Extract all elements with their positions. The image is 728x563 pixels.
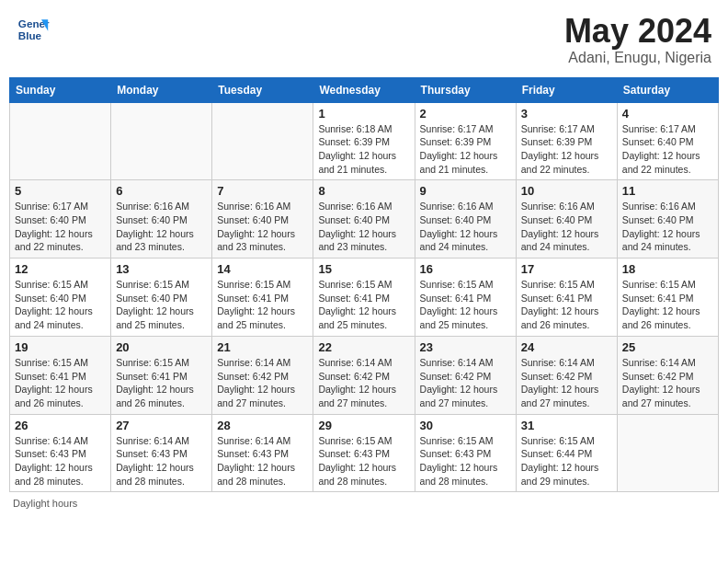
table-row: 5Sunrise: 6:17 AM Sunset: 6:40 PM Daylig… [10,180,111,259]
svg-text:Blue: Blue [18,29,42,41]
day-info: Sunrise: 6:17 AM Sunset: 6:40 PM Dayligh… [622,122,713,177]
col-wednesday: Wednesday [313,77,415,102]
table-row: 29Sunrise: 6:15 AM Sunset: 6:43 PM Dayli… [313,414,415,492]
table-row: 27Sunrise: 6:14 AM Sunset: 6:43 PM Dayli… [111,414,212,492]
table-row: 3Sunrise: 6:17 AM Sunset: 6:39 PM Daylig… [516,102,617,180]
day-info: Sunrise: 6:15 AM Sunset: 6:41 PM Dayligh… [521,278,612,332]
day-info: Sunrise: 6:15 AM Sunset: 6:44 PM Dayligh… [521,434,612,488]
calendar-week-row: 12Sunrise: 6:15 AM Sunset: 6:40 PM Dayli… [10,259,719,337]
table-row: 14Sunrise: 6:15 AM Sunset: 6:41 PM Dayli… [212,259,313,337]
day-number: 18 [622,262,713,276]
day-number: 14 [217,262,308,276]
table-row: 7Sunrise: 6:16 AM Sunset: 6:40 PM Daylig… [212,180,313,259]
day-info: Sunrise: 6:16 AM Sunset: 6:40 PM Dayligh… [622,200,713,254]
day-info: Sunrise: 6:14 AM Sunset: 6:43 PM Dayligh… [116,434,207,488]
day-number: 13 [116,262,207,276]
day-number: 28 [217,419,308,432]
day-number: 23 [420,340,511,354]
day-info: Sunrise: 6:15 AM Sunset: 6:41 PM Dayligh… [217,278,308,332]
table-row: 16Sunrise: 6:15 AM Sunset: 6:41 PM Dayli… [415,259,516,337]
footer: Daylight hours [9,498,719,509]
day-number: 8 [318,184,409,198]
day-number: 30 [420,419,511,432]
page-header: General Blue May 2024 Adani, Enugu, Nige… [9,9,719,70]
day-info: Sunrise: 6:15 AM Sunset: 6:41 PM Dayligh… [420,278,511,332]
calendar-table: Sunday Monday Tuesday Wednesday Thursday… [9,77,719,493]
day-number: 3 [521,107,612,121]
day-info: Sunrise: 6:14 AM Sunset: 6:42 PM Dayligh… [622,356,713,410]
day-number: 9 [420,184,511,198]
table-row: 22Sunrise: 6:14 AM Sunset: 6:42 PM Dayli… [313,336,415,414]
calendar-week-row: 26Sunrise: 6:14 AM Sunset: 6:43 PM Dayli… [10,414,719,492]
day-number: 17 [521,262,612,276]
day-info: Sunrise: 6:15 AM Sunset: 6:40 PM Dayligh… [116,278,207,332]
header-row: Sunday Monday Tuesday Wednesday Thursday… [10,77,719,102]
day-info: Sunrise: 6:14 AM Sunset: 6:42 PM Dayligh… [420,356,511,410]
day-info: Sunrise: 6:15 AM Sunset: 6:41 PM Dayligh… [318,278,409,332]
daylight-label: Daylight hours [13,498,77,509]
table-row: 19Sunrise: 6:15 AM Sunset: 6:41 PM Dayli… [10,336,111,414]
col-thursday: Thursday [415,77,516,102]
day-number: 24 [521,340,612,354]
col-sunday: Sunday [10,77,111,102]
table-row [111,102,212,180]
calendar-week-row: 19Sunrise: 6:15 AM Sunset: 6:41 PM Dayli… [10,336,719,414]
table-row: 18Sunrise: 6:15 AM Sunset: 6:41 PM Dayli… [617,259,718,337]
table-row: 23Sunrise: 6:14 AM Sunset: 6:42 PM Dayli… [415,336,516,414]
day-number: 31 [521,419,612,432]
calendar-subtitle: Adani, Enugu, Nigeria [564,50,711,66]
day-number: 25 [622,340,713,354]
table-row: 21Sunrise: 6:14 AM Sunset: 6:42 PM Dayli… [212,336,313,414]
day-number: 21 [217,340,308,354]
day-info: Sunrise: 6:16 AM Sunset: 6:40 PM Dayligh… [318,200,409,254]
day-number: 16 [420,262,511,276]
table-row: 26Sunrise: 6:14 AM Sunset: 6:43 PM Dayli… [10,414,111,492]
table-row: 4Sunrise: 6:17 AM Sunset: 6:40 PM Daylig… [617,102,718,180]
table-row: 30Sunrise: 6:15 AM Sunset: 6:43 PM Dayli… [415,414,516,492]
table-row: 15Sunrise: 6:15 AM Sunset: 6:41 PM Dayli… [313,259,415,337]
day-info: Sunrise: 6:15 AM Sunset: 6:41 PM Dayligh… [622,278,713,332]
day-info: Sunrise: 6:18 AM Sunset: 6:39 PM Dayligh… [318,122,409,177]
day-number: 10 [521,184,612,198]
table-row: 10Sunrise: 6:16 AM Sunset: 6:40 PM Dayli… [516,180,617,259]
day-number: 29 [318,419,409,432]
table-row: 28Sunrise: 6:14 AM Sunset: 6:43 PM Dayli… [212,414,313,492]
day-number: 5 [15,184,106,198]
table-row: 8Sunrise: 6:16 AM Sunset: 6:40 PM Daylig… [313,180,415,259]
table-row [617,414,718,492]
day-number: 4 [622,107,713,121]
logo: General Blue [17,13,53,46]
day-info: Sunrise: 6:15 AM Sunset: 6:43 PM Dayligh… [420,434,511,488]
table-row: 24Sunrise: 6:14 AM Sunset: 6:42 PM Dayli… [516,336,617,414]
day-info: Sunrise: 6:17 AM Sunset: 6:40 PM Dayligh… [15,200,106,254]
table-row: 11Sunrise: 6:16 AM Sunset: 6:40 PM Dayli… [617,180,718,259]
day-number: 11 [622,184,713,198]
col-friday: Friday [516,77,617,102]
table-row: 1Sunrise: 6:18 AM Sunset: 6:39 PM Daylig… [313,102,415,180]
table-row: 13Sunrise: 6:15 AM Sunset: 6:40 PM Dayli… [111,259,212,337]
day-info: Sunrise: 6:16 AM Sunset: 6:40 PM Dayligh… [521,200,612,254]
calendar-week-row: 1Sunrise: 6:18 AM Sunset: 6:39 PM Daylig… [10,102,719,180]
table-row: 6Sunrise: 6:16 AM Sunset: 6:40 PM Daylig… [111,180,212,259]
day-info: Sunrise: 6:15 AM Sunset: 6:41 PM Dayligh… [15,356,106,410]
table-row: 20Sunrise: 6:15 AM Sunset: 6:41 PM Dayli… [111,336,212,414]
day-number: 2 [420,107,511,121]
day-number: 7 [217,184,308,198]
table-row: 9Sunrise: 6:16 AM Sunset: 6:40 PM Daylig… [415,180,516,259]
day-info: Sunrise: 6:16 AM Sunset: 6:40 PM Dayligh… [420,200,511,254]
table-row: 25Sunrise: 6:14 AM Sunset: 6:42 PM Dayli… [617,336,718,414]
day-info: Sunrise: 6:16 AM Sunset: 6:40 PM Dayligh… [116,200,207,254]
table-row: 12Sunrise: 6:15 AM Sunset: 6:40 PM Dayli… [10,259,111,337]
day-number: 6 [116,184,207,198]
day-number: 19 [15,340,106,354]
day-number: 27 [116,419,207,432]
table-row: 17Sunrise: 6:15 AM Sunset: 6:41 PM Dayli… [516,259,617,337]
day-number: 1 [318,107,409,121]
col-tuesday: Tuesday [212,77,313,102]
day-info: Sunrise: 6:17 AM Sunset: 6:39 PM Dayligh… [420,122,511,177]
day-info: Sunrise: 6:14 AM Sunset: 6:42 PM Dayligh… [521,356,612,410]
calendar-week-row: 5Sunrise: 6:17 AM Sunset: 6:40 PM Daylig… [10,180,719,259]
table-row [212,102,313,180]
day-info: Sunrise: 6:14 AM Sunset: 6:43 PM Dayligh… [217,434,308,488]
day-info: Sunrise: 6:14 AM Sunset: 6:42 PM Dayligh… [217,356,308,410]
